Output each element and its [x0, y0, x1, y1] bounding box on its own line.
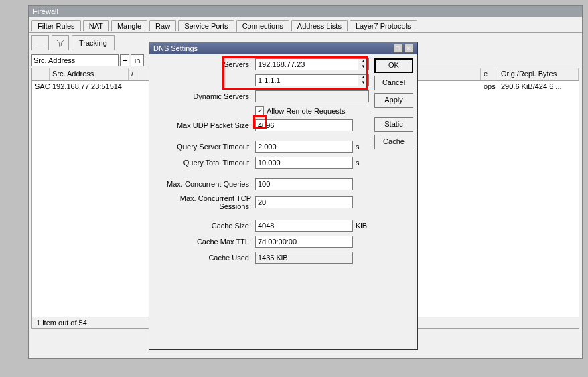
dns-settings-dialog: DNS Settings □ × Servers: ▲▼ ▲▼ Dynamic …	[149, 42, 418, 350]
cache-size-label: Cache Size:	[153, 222, 255, 230]
dynamic-servers-label: Dynamic Servers:	[153, 92, 255, 100]
server-1-input[interactable]	[255, 58, 358, 70]
close-icon[interactable]: ×	[404, 44, 413, 53]
cell-src: 192.168.77.23:51514	[50, 81, 139, 93]
max-concurrent-tcp-label: Max. Concurrent TCP Sessions:	[153, 194, 255, 210]
tab-address-lists[interactable]: Address Lists	[291, 20, 348, 31]
apply-button[interactable]: Apply	[374, 93, 413, 108]
dynamic-servers-input	[255, 90, 369, 102]
dns-button-column: OK Cancel Apply Static Cache	[374, 58, 413, 268]
cache-used-label: Cache Used:	[153, 254, 255, 262]
col-sort[interactable]: /	[129, 68, 139, 80]
remove-button[interactable]: —	[31, 35, 49, 50]
unit-s-2: s	[353, 159, 369, 167]
tab-layer7[interactable]: Layer7 Protocols	[350, 20, 417, 31]
tab-strip: Filter Rules NAT Mangle Raw Service Port…	[29, 19, 582, 33]
ok-button[interactable]: OK	[374, 58, 413, 73]
servers-label: Servers:	[153, 60, 255, 68]
tab-connections[interactable]: Connections	[236, 20, 289, 32]
unit-s-1: s	[353, 143, 369, 151]
minimize-icon[interactable]: □	[393, 44, 402, 53]
tracking-button[interactable]: Tracking	[72, 35, 115, 50]
query-server-timeout-label: Query Server Timeout:	[153, 143, 255, 151]
cache-max-ttl-input[interactable]	[255, 236, 353, 248]
tab-mangle[interactable]: Mangle	[111, 20, 147, 31]
tab-filter-rules[interactable]: Filter Rules	[31, 20, 81, 31]
dns-titlebar[interactable]: DNS Settings □ ×	[149, 42, 417, 54]
max-udp-label: Max UDP Packet Size:	[153, 121, 255, 129]
cache-size-input[interactable]	[255, 220, 353, 232]
filter-field-select[interactable]	[31, 54, 119, 66]
allow-remote-checkbox[interactable]: ✓	[255, 106, 264, 115]
filter-button[interactable]	[52, 35, 69, 50]
cell-tag: SACs	[32, 81, 50, 93]
cache-max-ttl-label: Cache Max TTL:	[153, 238, 255, 246]
cell-e: ops	[481, 81, 498, 93]
server-2-spinner[interactable]: ▲▼	[358, 74, 369, 86]
filter-op-select[interactable]	[131, 54, 144, 66]
static-button[interactable]: Static	[374, 117, 413, 132]
tab-nat[interactable]: NAT	[83, 20, 109, 31]
filter-field-dd[interactable]: ∓	[120, 54, 129, 66]
allow-remote-label: Allow Remote Requests	[264, 107, 345, 115]
query-server-timeout-input[interactable]	[255, 141, 353, 153]
col-flag[interactable]	[32, 68, 50, 80]
tab-raw[interactable]: Raw	[149, 20, 176, 31]
col-src-address[interactable]: Src. Address	[50, 68, 129, 80]
query-total-timeout-label: Query Total Timeout:	[153, 159, 255, 167]
firewall-titlebar: Firewall	[29, 6, 582, 17]
col-bytes[interactable]: Orig./Repl. Bytes	[498, 68, 579, 80]
max-concurrent-queries-input[interactable]	[255, 178, 353, 190]
max-concurrent-tcp-input[interactable]	[255, 196, 353, 208]
tab-service-ports[interactable]: Service Ports	[178, 20, 234, 31]
query-total-timeout-input[interactable]	[255, 157, 353, 169]
dns-title-text: DNS Settings	[153, 44, 198, 52]
server-1-spinner[interactable]: ▲▼	[358, 58, 369, 70]
cache-button[interactable]: Cache	[374, 135, 413, 149]
max-udp-input[interactable]	[255, 119, 353, 131]
col-e[interactable]: e	[481, 68, 498, 80]
dns-form: Servers: ▲▼ ▲▼ Dynamic Servers: ✓ Allow …	[153, 58, 369, 268]
server-2-input[interactable]	[255, 74, 358, 86]
funnel-icon	[56, 39, 64, 47]
cell-bytes: 290.6 KiB/424.6 ...	[498, 81, 579, 93]
cancel-button[interactable]: Cancel	[374, 76, 413, 90]
cache-used-input	[255, 252, 353, 264]
max-concurrent-queries-label: Max. Concurrent Queries:	[153, 180, 255, 188]
unit-kib: KiB	[353, 222, 369, 230]
